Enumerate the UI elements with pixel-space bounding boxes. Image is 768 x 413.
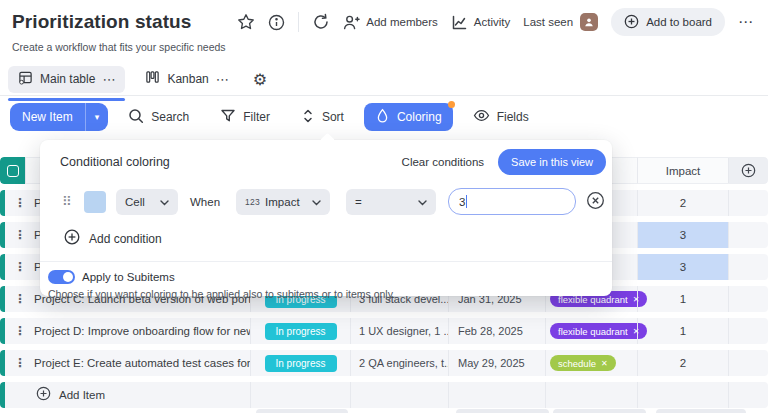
color-swatch[interactable]: [84, 191, 106, 213]
highlighted-impact-cell[interactable]: 3: [637, 254, 728, 280]
status-badge[interactable]: In progress: [265, 355, 337, 372]
save-in-view-button[interactable]: Save in this view: [498, 149, 606, 175]
add-to-board-button[interactable]: Add to board: [611, 8, 725, 36]
tab-kanban[interactable]: Kanban ⋯: [135, 66, 238, 93]
row-menu-icon[interactable]: ⋮: [14, 324, 26, 338]
date-text: May 29, 2025: [458, 357, 525, 369]
activity-button[interactable]: Activity: [451, 14, 510, 31]
notification-dot: [448, 101, 455, 108]
target-dropdown[interactable]: Cell: [116, 189, 178, 215]
tab-main-table[interactable]: Main table ⋯: [8, 66, 125, 93]
filter-button[interactable]: Filter: [209, 103, 281, 131]
item-name[interactable]: Project E: Create automated test cases f…: [0, 357, 250, 369]
app-root: Prioritization status Add members: [0, 0, 768, 413]
row-menu-icon[interactable]: ⋮: [14, 292, 26, 306]
impact-value: 1: [680, 325, 686, 337]
impact-value: 2: [680, 357, 686, 369]
table-row: ⋮Project D: Improve onboarding flow for …: [0, 318, 768, 344]
sort-button[interactable]: Sort: [290, 103, 355, 131]
plus-circle-icon: [36, 386, 51, 405]
sync-icon: [312, 13, 330, 31]
row-menu-icon[interactable]: ⋮: [14, 228, 26, 242]
add-to-board-label: Add to board: [646, 16, 712, 28]
add-condition-button[interactable]: Add condition: [40, 229, 612, 249]
favorite-button[interactable]: [237, 13, 255, 31]
row-menu-icon[interactable]: ⋮: [14, 356, 26, 370]
drag-handle-icon[interactable]: ⠿: [62, 195, 74, 208]
search-icon: [128, 108, 144, 127]
star-icon: [237, 13, 255, 31]
clear-conditions-button[interactable]: Clear conditions: [402, 156, 484, 168]
add-item-label: Add Item: [59, 389, 105, 401]
group-summary-cell: [656, 409, 746, 413]
team-text: 1 UX designer, 1 ...: [359, 325, 448, 337]
group-summary-cell: [256, 409, 348, 413]
when-label: When: [190, 196, 224, 208]
sort-label: Sort: [322, 110, 344, 124]
group-color-bar: [0, 350, 5, 376]
operator-dropdown[interactable]: =: [346, 189, 436, 215]
row-menu-icon[interactable]: ⋮: [14, 196, 26, 210]
subitems-description: Choose if you want coloring to be applie…: [48, 288, 612, 300]
tag-remove-icon[interactable]: ✕: [601, 359, 608, 368]
highlighted-impact-cell[interactable]: 3: [637, 222, 728, 248]
header-actions: Add members Activity Last seen Add to bo…: [237, 8, 754, 36]
tag-badge[interactable]: flexible quadrant✕: [550, 323, 647, 339]
kanban-view-icon: [145, 70, 160, 88]
group-color-bar: [0, 254, 5, 280]
tag-label: schedule: [558, 358, 596, 369]
avatar[interactable]: [580, 13, 598, 31]
select-all-checkbox[interactable]: [7, 165, 19, 177]
select-all-cell[interactable]: [0, 157, 25, 184]
fields-label: Fields: [497, 110, 529, 124]
column-dropdown[interactable]: 123 Impact: [236, 189, 330, 215]
fields-button[interactable]: Fields: [462, 103, 540, 131]
add-members-button[interactable]: Add members: [343, 14, 438, 31]
activity-chart-icon: [451, 14, 468, 31]
subitems-section: Apply to Subitems Choose if you want col…: [40, 262, 612, 300]
condition-row: ⠿ Cell When 123 Impact = 3: [40, 188, 612, 215]
board-toolbar: New Item ▾ Search Filter Sort Coloring F…: [0, 96, 768, 138]
date-text: Feb 28, 2025: [458, 325, 523, 337]
group-summary-cell: [456, 409, 549, 413]
view-settings-gear-icon[interactable]: ⚙: [253, 70, 267, 89]
tab-options-icon[interactable]: ⋯: [102, 72, 115, 87]
ellipsis-icon: ⋯: [738, 13, 754, 31]
target-value: Cell: [125, 196, 145, 208]
apply-to-subitems-label: Apply to Subitems: [82, 271, 175, 283]
row-menu-icon[interactable]: ⋮: [14, 260, 26, 274]
impact-value: 3: [680, 229, 686, 241]
tab-options-icon[interactable]: ⋯: [216, 72, 229, 87]
new-item-button[interactable]: New Item ▾: [10, 103, 108, 131]
impact-value: 3: [680, 261, 686, 273]
impact-value: 2: [680, 197, 686, 209]
new-item-label: New Item: [10, 110, 85, 124]
board-header: Prioritization status Add members: [0, 0, 768, 55]
board-info-button[interactable]: [268, 14, 285, 31]
search-button[interactable]: Search: [117, 103, 200, 131]
chevron-down-icon[interactable]: ▾: [85, 103, 109, 131]
group-color-bar: [0, 318, 5, 344]
apply-to-subitems-toggle[interactable]: [48, 270, 75, 284]
close-circle-icon: [586, 191, 605, 213]
remove-condition-button[interactable]: [586, 191, 605, 213]
condition-value: 3: [459, 196, 465, 208]
toggle-knob: [63, 272, 73, 282]
group-color-bar: [0, 222, 5, 248]
automations-button[interactable]: [312, 13, 330, 31]
add-condition-label: Add condition: [89, 232, 162, 246]
chevron-down-icon: [160, 196, 169, 208]
board-menu-button[interactable]: ⋯: [738, 13, 754, 31]
tag-badge[interactable]: schedule✕: [550, 355, 616, 371]
add-item-row[interactable]: Add Item: [0, 382, 768, 408]
impact-column-header[interactable]: Impact: [637, 157, 728, 184]
board-subtitle: Create a workflow that fits your specifi…: [12, 41, 754, 53]
condition-value-input[interactable]: 3: [448, 188, 576, 215]
tab-kanban-label: Kanban: [167, 72, 208, 86]
add-column-button[interactable]: [728, 157, 768, 184]
status-badge[interactable]: In progress: [265, 323, 337, 340]
item-name[interactable]: Project D: Improve onboarding flow for n…: [0, 325, 250, 337]
activity-label: Activity: [474, 16, 510, 28]
coloring-button[interactable]: Coloring: [364, 103, 453, 131]
header-divider: [298, 12, 299, 32]
